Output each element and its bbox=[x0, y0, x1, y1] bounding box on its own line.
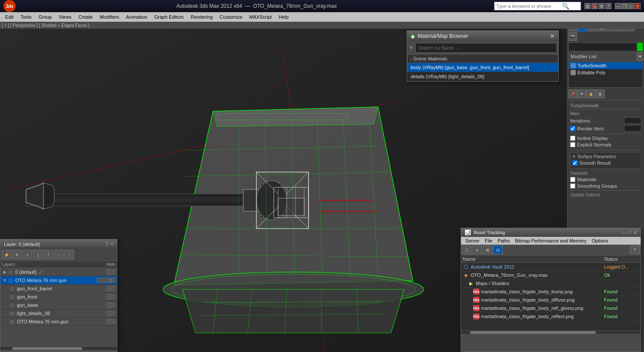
asset-tb-btn3[interactable]: ⊞ bbox=[483, 246, 492, 254]
title-icons4[interactable]: ? bbox=[605, 3, 611, 9]
layer-icon-gun-base: ⬡ bbox=[9, 302, 15, 308]
menu-animation[interactable]: Animation bbox=[123, 13, 151, 20]
asset-row-vault[interactable]: ⬡ Autodesk Vault 2012 Logged O... bbox=[461, 263, 641, 271]
keyword-search-input[interactable] bbox=[495, 3, 562, 9]
asset-tb-btn2[interactable]: ≡ bbox=[472, 246, 482, 254]
lock-btn[interactable]: 🔒 bbox=[587, 90, 595, 98]
asset-row-png-diffuse[interactable]: PNG martadinata_class_frigate_body_diffu… bbox=[461, 296, 641, 304]
smoothing-groups-checkbox[interactable] bbox=[570, 183, 575, 189]
mat-browser-close-btn[interactable]: ✕ bbox=[550, 33, 555, 40]
pin-stack-btn[interactable]: 📌 bbox=[568, 90, 577, 98]
menu-rendering[interactable]: Rendering bbox=[187, 13, 216, 20]
layer-scrollbar[interactable] bbox=[0, 346, 117, 350]
layer-tb-btn1[interactable]: ⚡ bbox=[2, 250, 11, 259]
show-all-btn[interactable]: 👁 bbox=[578, 90, 586, 98]
menu-maxscript[interactable]: MAXScript bbox=[246, 13, 276, 20]
asset-minimize-btn[interactable]: — bbox=[622, 230, 627, 235]
asset-menu-bitmap[interactable]: Bitmap Performance and Memory bbox=[512, 238, 589, 244]
search-bar[interactable]: 🔍 bbox=[494, 2, 581, 10]
asset-row-png-glossy[interactable]: PNG martadinata_class_frigate_body_refl_… bbox=[461, 304, 641, 312]
modifier-dropdown-btn[interactable]: ▼ bbox=[637, 52, 643, 61]
layer-tb-btn6[interactable]: ↓ bbox=[54, 250, 63, 259]
mat-item-body[interactable]: body (VRayMtl) [gun_base, gun_front, gun… bbox=[407, 63, 558, 72]
scene-materials-header[interactable]: - Scene Materials bbox=[407, 54, 558, 63]
layer-name-gun-base: gun_base bbox=[17, 302, 38, 308]
layer-tb-btn3[interactable]: + bbox=[23, 250, 32, 259]
asset-menu-server[interactable]: Server bbox=[463, 238, 482, 244]
layer-tb-btn2[interactable]: ✕ bbox=[12, 250, 22, 259]
restore-btn[interactable]: ❐ bbox=[621, 3, 627, 9]
materials-label: Materials bbox=[577, 177, 597, 182]
layer-icon-oto: ⬡ bbox=[7, 277, 13, 283]
turbosmooth-panel: TurboSmooth Main Iterations: 0 Render It… bbox=[568, 101, 643, 200]
asset-menu-options[interactable]: Options bbox=[589, 238, 611, 244]
mat-browser-search-input[interactable] bbox=[415, 43, 557, 53]
title-icons2[interactable]: 🔖 bbox=[591, 3, 598, 9]
surface-collapse-arrow: ▼ bbox=[572, 155, 576, 159]
asset-row-png-bump[interactable]: PNG martadinata_class_frigate_body_bump.… bbox=[461, 288, 641, 296]
menu-customize[interactable]: Customize bbox=[216, 13, 246, 20]
title-icons[interactable]: ⊞ bbox=[584, 3, 591, 9]
layer-tb-btn7[interactable]: ↑ bbox=[64, 250, 74, 259]
menu-create[interactable]: Create bbox=[75, 13, 96, 20]
delete-mod-btn[interactable]: 🗑 bbox=[596, 90, 604, 98]
layer-close-btn[interactable]: × bbox=[110, 241, 113, 247]
mat-item-details[interactable]: details (VRayMtl) [light_details_06] bbox=[407, 72, 558, 81]
asset-help-btn[interactable]: ? bbox=[630, 246, 640, 254]
iterations-input[interactable]: 0 bbox=[624, 117, 641, 124]
menu-help[interactable]: Help bbox=[276, 13, 292, 20]
asset-close-btn[interactable]: ✕ bbox=[633, 230, 637, 236]
explicit-normals-checkbox[interactable] bbox=[570, 142, 575, 147]
render-iters-checkbox[interactable] bbox=[570, 126, 575, 131]
svg-text:.: . bbox=[304, 136, 305, 140]
menu-modifiers[interactable]: Modifiers bbox=[96, 13, 123, 20]
layer-item-gun-front[interactable]: ⬡ gun_front bbox=[0, 293, 117, 301]
menu-group[interactable]: Group bbox=[35, 13, 56, 20]
close-btn[interactable]: ✕ bbox=[634, 3, 641, 9]
modifier-turbosmooth[interactable]: TurboSmooth bbox=[569, 62, 643, 69]
layer-dot-6 bbox=[106, 302, 115, 308]
object-name-input[interactable]: gun_front_barrel bbox=[568, 43, 637, 51]
layer-help-btn[interactable]: ? bbox=[105, 241, 108, 247]
asset-restore-btn[interactable]: □ bbox=[628, 230, 631, 235]
menu-views[interactable]: Views bbox=[55, 13, 75, 20]
layer-tb-btn4[interactable]: ⤵ bbox=[33, 250, 43, 259]
smooth-result-checkbox[interactable] bbox=[572, 160, 578, 166]
menu-tools[interactable]: Tools bbox=[17, 13, 35, 20]
layer-item-default[interactable]: ▶ ⬡ 0 (default) ✓ bbox=[0, 268, 117, 276]
rp-btn-8[interactable]: 📷 bbox=[568, 32, 577, 41]
asset-row-png-reflect[interactable]: PNG martadinata_class_frigate_body_refle… bbox=[461, 312, 641, 321]
layer-dot-4 bbox=[106, 286, 115, 291]
layer-dots-oto: □ bbox=[97, 278, 115, 283]
render-iters-input[interactable]: 2 bbox=[624, 125, 641, 132]
object-color-swatch[interactable] bbox=[637, 43, 643, 51]
maximize-btn[interactable]: □ bbox=[628, 3, 634, 9]
asset-tb-btn4[interactable]: ⊟ bbox=[493, 246, 503, 254]
isoline-checkbox[interactable] bbox=[570, 136, 575, 141]
materials-checkbox[interactable] bbox=[570, 177, 575, 182]
asset-menu-file[interactable]: File bbox=[482, 238, 495, 244]
layer-scrollbar-thumb[interactable] bbox=[12, 347, 82, 350]
layer-item-light-details[interactable]: ⬡ light_details_06 bbox=[0, 309, 117, 318]
main-label: Main bbox=[570, 111, 641, 116]
menu-graph-editors[interactable]: Graph Editors bbox=[151, 13, 187, 20]
title-text: Autodesk 3ds Max 2012 x64 — OTO_Melara_7… bbox=[19, 3, 494, 9]
asset-row-max-file[interactable]: ◈ OTO_Melara_76mm_Gun_vray.max Ok bbox=[461, 271, 641, 279]
png-icon-glossy: PNG bbox=[473, 305, 479, 311]
layer-item-gun-barrel[interactable]: ⬡ gun_front_barrel bbox=[0, 285, 117, 293]
asset-tb-btn1[interactable]: ⬡ bbox=[462, 246, 471, 254]
asset-menu-paths[interactable]: Paths bbox=[495, 238, 512, 244]
layer-item-gun-base[interactable]: ⬡ gun_base bbox=[0, 301, 117, 309]
layer-tb-btn5[interactable]: ⤴ bbox=[43, 250, 53, 259]
modifier-editable-poly[interactable]: Editable Poly bbox=[569, 69, 643, 76]
asset-row-maps-folder[interactable]: ▶ Maps / Shaders bbox=[461, 279, 641, 288]
minimize-btn[interactable]: — bbox=[615, 3, 621, 9]
layer-item-oto[interactable]: ▼ ⬡ OTO Melara 76 mm gun □ bbox=[0, 276, 117, 285]
asset-scrollbar[interactable] bbox=[461, 330, 641, 334]
layer-panel-title-bar: Layer: 0 (default) ? × bbox=[0, 239, 117, 249]
vault-status: Logged O... bbox=[604, 264, 639, 269]
layer-item-oto-obj[interactable]: ⬡ OTO Melara 76 mm gun bbox=[0, 318, 117, 326]
menu-edit[interactable]: Edit bbox=[2, 13, 17, 20]
title-icons3[interactable]: ⚙ bbox=[598, 3, 604, 9]
asset-scrollbar-thumb[interactable] bbox=[470, 331, 596, 334]
